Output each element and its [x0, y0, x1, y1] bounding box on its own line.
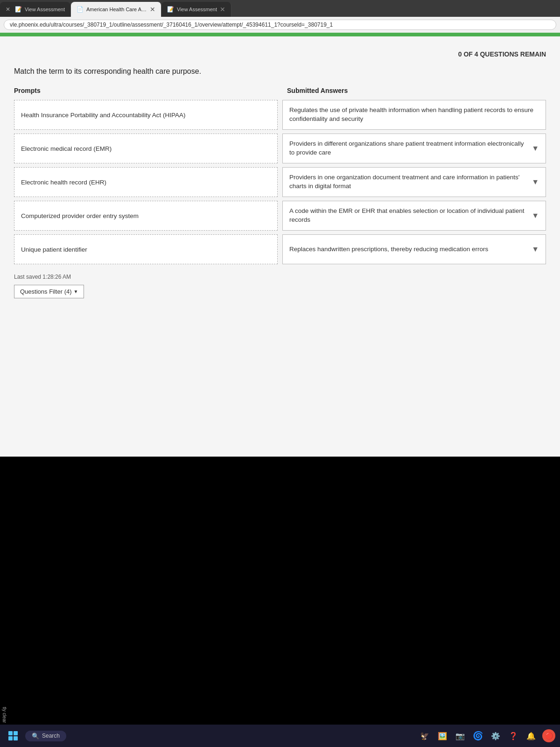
address-bar[interactable]: vle.phoenix.edu/ultra/courses/_380719_1/…	[4, 20, 556, 30]
assessment-instruction: Match the term to its corresponding heal…	[14, 67, 546, 76]
taskbar-app-6[interactable]: ❓	[507, 729, 520, 742]
answers-header: Submitted Answers	[282, 85, 546, 96]
answer-5-text: Replaces handwritten prescriptions, ther…	[289, 245, 528, 254]
prompt-5-text: Unique patient identifier	[21, 246, 87, 253]
taskbar-app-1[interactable]: 🦅	[418, 729, 431, 742]
questions-remaining: 0 OF 4 QUESTIONS REMAIN	[14, 46, 546, 63]
answer-2-dropdown[interactable]: ▼	[532, 144, 539, 153]
answer-4-dropdown[interactable]: ▼	[532, 211, 539, 220]
prompt-4-text: Computerized provider order entry system	[21, 212, 139, 219]
answer-3-text: Providers in one organization document t…	[289, 173, 528, 191]
taskbar-app-2[interactable]: 🖼️	[436, 729, 449, 742]
tab-3-label: View Assessment	[177, 7, 217, 12]
taskbar-search-bar[interactable]: 🔍 Search	[25, 731, 66, 741]
tab-1-close[interactable]: ✕	[6, 6, 10, 13]
tab-3-close[interactable]: ✕	[220, 6, 225, 13]
answer-4-text: A code within the EMR or EHR that enable…	[289, 207, 528, 225]
progress-bar-container	[0, 33, 560, 36]
taskbar-app-5[interactable]: ⚙️	[489, 729, 502, 742]
answer-1: Regulates the use of private health info…	[282, 100, 546, 130]
windows-logo	[8, 731, 18, 740]
prompt-4: Computerized provider order entry system	[14, 201, 278, 231]
match-row-1: Health Insurance Portability and Account…	[14, 100, 546, 130]
answer-2: Providers in different organizations sha…	[282, 134, 546, 163]
tab-bar: ✕ 📝 View Assessment 📄 American Health Ca…	[0, 0, 560, 17]
taskbar-app-8[interactable]: 🔴	[542, 729, 555, 742]
prompt-1: Health Insurance Portability and Account…	[14, 100, 278, 130]
taskbar-left-text: tly clear	[0, 705, 9, 725]
prompt-2-text: Electronic medical record (EMR)	[21, 145, 112, 152]
answer-3: Providers in one organization document t…	[282, 167, 546, 197]
start-button[interactable]	[5, 727, 21, 744]
taskbar: tly clear 🔍 Search 🦅 🖼️ 📷 🌀 ⚙️ ❓ 🔔 🔴	[0, 725, 560, 747]
taskbar-app-3[interactable]: 📷	[454, 729, 467, 742]
browser-chrome: ✕ 📝 View Assessment 📄 American Health Ca…	[0, 0, 560, 33]
browser-tab-1[interactable]: ✕ 📝 View Assessment	[0, 2, 71, 17]
questions-filter-button[interactable]: Questions Filter (4) ▼	[14, 285, 84, 298]
tab-1-label: View Assessment	[25, 7, 65, 12]
match-row-5: Unique patient identifier Replaces handw…	[14, 234, 546, 264]
tab-2-label: American Health Care Act of 201	[86, 7, 147, 12]
left-text-label: tly clear	[2, 707, 7, 723]
prompt-3: Electronic health record (EHR)	[14, 167, 278, 197]
filter-button-label: Questions Filter (4)	[20, 288, 72, 295]
prompt-2: Electronic medical record (EMR)	[14, 134, 278, 163]
prompt-5: Unique patient identifier	[14, 234, 278, 264]
browser-tab-3[interactable]: 📝 View Assessment ✕	[161, 2, 231, 17]
taskbar-app-7[interactable]: 🔔	[525, 729, 538, 742]
prompt-3-text: Electronic health record (EHR)	[21, 179, 106, 186]
match-headers: Prompts Submitted Answers	[14, 85, 546, 96]
answer-1-text: Regulates the use of private health info…	[289, 106, 539, 124]
tab-1-icon: 📝	[15, 6, 22, 13]
search-icon: 🔍	[32, 733, 39, 740]
prompt-1-text: Health Insurance Portability and Account…	[21, 112, 185, 119]
filter-arrow-icon: ▼	[74, 289, 78, 294]
taskbar-edge-icon[interactable]: 🌀	[471, 729, 484, 742]
address-bar-row: vle.phoenix.edu/ultra/courses/_380719_1/…	[0, 17, 560, 33]
tab-2-close[interactable]: ✕	[150, 6, 155, 13]
tab-2-icon: 📄	[77, 6, 84, 13]
answer-5-dropdown[interactable]: ▼	[532, 245, 539, 254]
black-area	[0, 457, 560, 727]
answer-3-dropdown[interactable]: ▼	[532, 178, 539, 186]
answer-2-text: Providers in different organizations sha…	[289, 140, 528, 157]
answer-5: Replaces handwritten prescriptions, ther…	[282, 234, 546, 264]
match-row-3: Electronic health record (EHR) Providers…	[14, 167, 546, 197]
answer-4: A code within the EMR or EHR that enable…	[282, 201, 546, 231]
browser-tab-2[interactable]: 📄 American Health Care Act of 201 ✕	[71, 2, 161, 17]
match-row-4: Computerized provider order entry system…	[14, 201, 546, 231]
tab-3-icon: 📝	[167, 6, 174, 13]
main-content: 0 OF 4 QUESTIONS REMAIN Match the term t…	[0, 36, 560, 457]
match-row-2: Electronic medical record (EMR) Provider…	[14, 134, 546, 163]
search-label: Search	[42, 733, 60, 739]
last-saved: Last saved 1:28:26 AM	[14, 274, 546, 280]
prompts-header: Prompts	[14, 85, 278, 96]
progress-bar-fill	[0, 33, 560, 36]
taskbar-system-icons: 🦅 🖼️ 📷 🌀 ⚙️ ❓ 🔔 🔴	[418, 729, 555, 742]
